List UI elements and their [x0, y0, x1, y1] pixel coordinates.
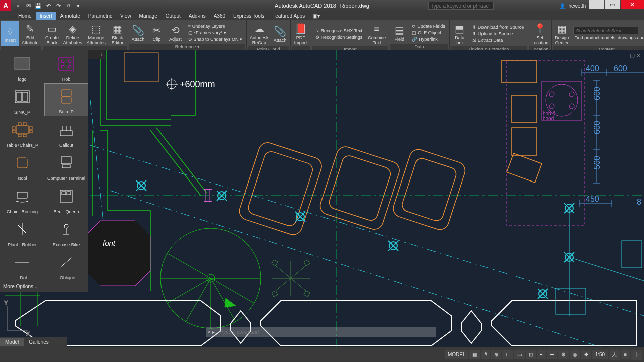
- edit-attribute-button[interactable]: ✎Edit Attribute: [20, 21, 41, 46]
- palette-more-options[interactable]: More Options...: [0, 282, 88, 291]
- hyperlink-button[interactable]: 🔗Hyperlink: [411, 36, 446, 42]
- layout-tab-add[interactable]: +: [54, 338, 67, 346]
- palette-item-plant[interactable]: Plant - Rubber: [0, 216, 44, 249]
- drawing-area[interactable]: + — ▢ ✕ logo Hob SINK_P Sofa_P Table+Cha…: [0, 50, 644, 347]
- combine-text-button[interactable]: ≡Combine Text: [366, 21, 388, 46]
- tab-home[interactable]: Home: [14, 12, 36, 20]
- command-input[interactable]: [217, 329, 436, 335]
- upload-source-button[interactable]: ⬆Upload to Source: [471, 31, 525, 37]
- panel-label[interactable]: Reference ▾: [129, 44, 246, 50]
- keyword-search-input[interactable]: [428, 2, 494, 10]
- tab-view[interactable]: View: [116, 12, 135, 20]
- palette-item-logo[interactable]: logo: [0, 50, 44, 83]
- palette-item-sofa[interactable]: Sofa_P: [44, 83, 88, 116]
- qat-undo-icon[interactable]: ↶: [44, 2, 52, 10]
- download-source-button[interactable]: ⬇Download from Source: [471, 24, 525, 30]
- qat-print-icon[interactable]: ⎙: [64, 2, 72, 10]
- palette-item-computer[interactable]: Computer Terminal: [44, 149, 88, 183]
- frames-vary-button[interactable]: ▢*Frames vary* ▾: [187, 30, 244, 36]
- tab-manage[interactable]: Manage: [135, 12, 162, 20]
- status-scale[interactable]: 1:50: [592, 350, 608, 359]
- signin-icon[interactable]: 👤: [559, 3, 565, 9]
- pc-attach-button[interactable]: 📎Attach: [271, 21, 289, 46]
- update-fields-button[interactable]: ↻Update Fields: [411, 23, 446, 29]
- pdf-import-button[interactable]: 📕PDF Import: [292, 21, 310, 46]
- define-attributes-button[interactable]: ◈Define Attributes: [62, 21, 84, 46]
- palette-item-chair-rocking[interactable]: Chair - Rocking: [0, 183, 44, 216]
- status-anno-icon[interactable]: ◎: [570, 350, 580, 359]
- tab-featured[interactable]: Featured Apps: [268, 12, 309, 20]
- palette-item-bed[interactable]: Bed - Queen: [44, 183, 88, 216]
- combine-icon: ≡: [374, 22, 380, 35]
- data-link-button[interactable]: ⬒Data Link: [451, 21, 469, 46]
- attach-button[interactable]: 📎Attach: [129, 21, 147, 44]
- create-block-button[interactable]: ▭Create Block: [43, 21, 61, 46]
- status-snap-icon[interactable]: #: [481, 350, 490, 359]
- maximize-button[interactable]: ▭: [605, 0, 620, 9]
- seek-search-input[interactable]: [573, 27, 638, 34]
- tab-express[interactable]: Express Tools: [229, 12, 268, 20]
- tab-insert[interactable]: Insert: [36, 12, 56, 20]
- qat-save-icon[interactable]: 💾: [34, 2, 42, 10]
- tab-output[interactable]: Output: [162, 12, 185, 20]
- recognize-shx-button[interactable]: ∿Recognize SHX Text: [314, 28, 364, 34]
- status-trans-icon[interactable]: ☰: [547, 350, 557, 359]
- status-lwt-icon[interactable]: +: [537, 350, 546, 359]
- add-file-tab[interactable]: +: [98, 52, 105, 58]
- layout-tab-model[interactable]: Model: [0, 338, 24, 346]
- tab-annotate[interactable]: Annotate: [56, 12, 84, 20]
- status-grid-icon[interactable]: ▦: [469, 350, 480, 359]
- tab-extra-icon[interactable]: ▣▾: [309, 12, 324, 20]
- design-center-button[interactable]: ▦Design Center: [553, 21, 571, 46]
- field-button[interactable]: ▤Field: [390, 21, 408, 44]
- extract-icon: ⇲: [472, 38, 476, 43]
- viewport-controls[interactable]: — ▢ ✕: [623, 52, 641, 59]
- recap-button[interactable]: ☁Autodesk ReCap: [248, 21, 271, 46]
- close-button[interactable]: ✕: [621, 0, 644, 9]
- canvas-viewport[interactable]: +600mm: [0, 50, 644, 347]
- manage-attributes-button[interactable]: ⬚Manage Attributes: [84, 21, 108, 46]
- ole-object-button[interactable]: ◫OLE Object: [411, 30, 446, 36]
- palette-item-sink[interactable]: SINK_P: [0, 83, 44, 116]
- palette-item-oblique[interactable]: _Oblique: [44, 249, 88, 282]
- recognition-settings-button[interactable]: ⚙Recognition Settings: [314, 34, 364, 40]
- palette-item-dot[interactable]: _Dot: [0, 249, 44, 282]
- minimize-button[interactable]: —: [589, 0, 604, 9]
- layout-tab-galleries[interactable]: Galleries: [24, 338, 53, 346]
- status-model[interactable]: MODEL: [445, 350, 469, 359]
- status-walk-icon[interactable]: ✥: [581, 350, 591, 359]
- qat-open-icon[interactable]: ✉: [24, 2, 32, 10]
- palette-item-hob[interactable]: Hob: [44, 50, 88, 83]
- status-iso-icon[interactable]: ▭: [514, 350, 525, 359]
- qat-redo-icon[interactable]: ↷: [54, 2, 62, 10]
- palette-item-bike[interactable]: Exercise Bike: [44, 216, 88, 249]
- insert-button[interactable]: ⎀Insert: [1, 21, 19, 46]
- tab-parametric[interactable]: Parametric: [84, 12, 116, 20]
- adjust-button[interactable]: ⟲Adjust: [167, 21, 185, 44]
- palette-item-table[interactable]: Table+Chairs_P: [0, 116, 44, 149]
- tab-a360[interactable]: A360: [210, 12, 229, 20]
- underlay-layers-button[interactable]: ≡Underlay Layers: [187, 23, 244, 29]
- status-max-icon[interactable]: ≡: [621, 350, 630, 359]
- svg-text:8: 8: [637, 198, 641, 206]
- extract-data-button[interactable]: ⇲Extract Data: [471, 37, 525, 43]
- status-ortho-icon[interactable]: ∟: [502, 350, 513, 359]
- app-logo-icon: A: [0, 0, 11, 11]
- tab-addins[interactable]: Add-ins: [185, 12, 210, 20]
- user-name[interactable]: hewetth: [568, 3, 586, 9]
- svg-text:450: 450: [586, 195, 599, 203]
- command-line[interactable]: × ▸: [206, 327, 436, 337]
- status-osnap-icon[interactable]: ⊡: [526, 350, 536, 359]
- status-gear-icon[interactable]: 人: [609, 350, 620, 360]
- palette-item-stool[interactable]: stool: [0, 149, 44, 183]
- palette-item-callout[interactable]: Callout: [44, 116, 88, 149]
- snap-underlays-button[interactable]: ⊙Snap to Underlays ON ▾: [187, 36, 244, 42]
- status-cycle-icon[interactable]: ⚙: [558, 350, 569, 359]
- block-editor-button[interactable]: ▦Block Editor: [109, 21, 127, 46]
- qat-new-icon[interactable]: ▫: [14, 2, 22, 10]
- qat-dropdown-icon[interactable]: ▾: [74, 2, 82, 10]
- clip-button[interactable]: ✂Clip: [148, 21, 166, 44]
- status-polar-icon[interactable]: ⊕: [491, 350, 501, 359]
- set-location-button[interactable]: 📍Set Location: [529, 21, 550, 46]
- status-custom-icon[interactable]: 十: [631, 350, 642, 360]
